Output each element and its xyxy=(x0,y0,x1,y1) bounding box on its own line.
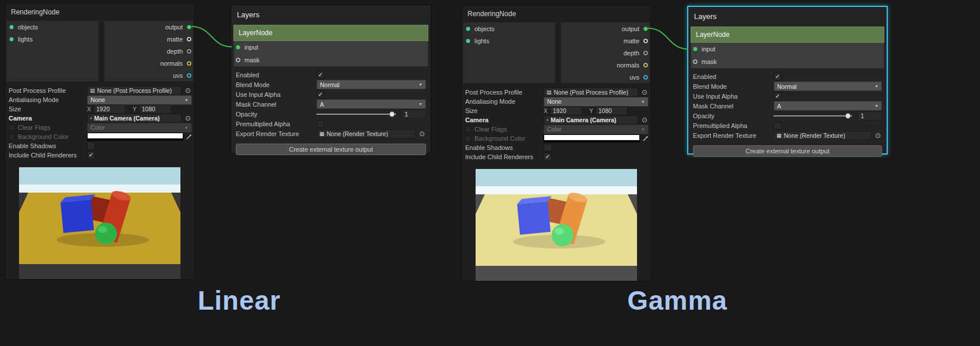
port-uvs[interactable]: uvs xyxy=(561,71,650,83)
port-lights[interactable]: lights xyxy=(463,35,555,47)
port-dot-mask[interactable] xyxy=(692,59,698,65)
prop-enable-shadows: Enable Shadows xyxy=(9,141,192,151)
rendering-node-panel-right[interactable]: RenderingNode objects lights output matt… xyxy=(461,5,651,281)
opacity-value-field[interactable]: 1 xyxy=(858,111,882,121)
export-render-texture-field[interactable]: ▦ None (Render Texture) xyxy=(316,129,416,138)
port-dot-lights[interactable] xyxy=(465,38,471,44)
port-dot-mask[interactable] xyxy=(235,57,241,63)
export-render-texture-value: None (Render Texture) xyxy=(784,132,846,139)
row-premultiplied-alpha: Premultiplied Alpha xyxy=(693,121,882,130)
opacity-slider-knob[interactable] xyxy=(845,113,851,119)
port-mask[interactable]: mask xyxy=(691,55,884,68)
port-dot-input[interactable] xyxy=(235,44,241,50)
port-dot-normals[interactable] xyxy=(643,62,649,68)
port-dot-normals[interactable] xyxy=(186,61,192,66)
port-normals[interactable]: normals xyxy=(104,57,193,69)
size-y-field[interactable]: 1080 xyxy=(139,104,171,114)
rendering-node-panel-left[interactable]: RenderingNode objects lights output matt… xyxy=(5,3,195,280)
camera-field[interactable]: ▪ Main Camera (Camera) xyxy=(87,114,182,123)
port-output[interactable]: output xyxy=(104,21,193,33)
size-x-field[interactable]: 1920 xyxy=(93,104,126,114)
row-mask-channel: Mask Channel A ▼ xyxy=(693,101,882,111)
create-external-texture-button[interactable]: Create external texture output xyxy=(236,144,426,155)
camera-field[interactable]: ▪ Main Camera (Camera) xyxy=(544,115,638,125)
port-label: output xyxy=(621,25,639,32)
port-mask[interactable]: mask xyxy=(234,54,428,66)
port-matte[interactable]: matte xyxy=(104,33,193,45)
size-y-field[interactable]: 1080 xyxy=(595,106,628,115)
layers-panel-right[interactable]: Layers LayerNode input mask Enabled ✓ Bl… xyxy=(687,6,888,155)
post-process-profile-value: None (Post Process Profile) xyxy=(554,89,629,96)
blend-mode-dropdown[interactable]: Normal ▼ xyxy=(774,81,882,91)
premultiplied-alpha-checkbox[interactable] xyxy=(316,120,325,128)
port-dot-matte[interactable] xyxy=(186,36,192,42)
port-uvs[interactable]: uvs xyxy=(104,69,193,81)
clear-flags-override-checkbox[interactable] xyxy=(9,125,15,131)
opacity-slider-knob[interactable] xyxy=(389,111,395,117)
port-dot-output[interactable] xyxy=(643,26,649,32)
eyedropper-icon[interactable] xyxy=(642,136,649,142)
eyedropper-icon[interactable] xyxy=(186,134,192,140)
port-dot-input[interactable] xyxy=(692,46,698,52)
port-dot-matte[interactable] xyxy=(643,38,649,44)
opacity-slider-track[interactable] xyxy=(774,115,852,116)
opacity-slider[interactable] xyxy=(316,110,396,118)
port-dot-output[interactable] xyxy=(186,24,192,30)
use-input-alpha-checkbox[interactable]: ✓ xyxy=(774,92,782,100)
clear-flags-override-checkbox[interactable] xyxy=(465,126,472,133)
layer-node-header[interactable]: LayerNode xyxy=(233,25,428,41)
include-child-renderers-checkbox[interactable]: ✓ xyxy=(87,151,95,159)
post-process-profile-field[interactable]: ▤ None (Post Process Profile) xyxy=(87,86,182,95)
background-color-override-checkbox[interactable] xyxy=(465,136,472,142)
size-x-field[interactable]: 1920 xyxy=(550,106,582,115)
enable-shadows-checkbox[interactable] xyxy=(544,144,552,152)
enabled-checkbox[interactable]: ✓ xyxy=(774,73,782,81)
port-dot-depth[interactable] xyxy=(643,50,649,56)
port-objects[interactable]: objects xyxy=(6,21,99,33)
port-output[interactable]: output xyxy=(561,22,650,35)
port-input[interactable]: input xyxy=(691,43,884,55)
object-picker-icon[interactable]: ⊙ xyxy=(875,132,881,139)
prop-background-color: Background Color xyxy=(9,132,192,141)
object-picker-icon[interactable]: ⊙ xyxy=(419,130,425,137)
export-render-texture-field[interactable]: ▦ None (Render Texture) xyxy=(774,131,872,140)
object-picker-icon[interactable]: ⊙ xyxy=(185,115,191,122)
layers-panel-left[interactable]: Layers LayerNode input mask Enabled ✓ Bl… xyxy=(231,5,431,153)
mask-channel-dropdown[interactable]: A ▼ xyxy=(316,99,426,109)
include-child-renderers-checkbox[interactable]: ✓ xyxy=(544,153,552,161)
opacity-value-field[interactable]: 1 xyxy=(402,110,426,119)
port-dot-uvs[interactable] xyxy=(186,73,192,78)
opacity-slider-track[interactable] xyxy=(316,114,396,115)
enabled-checkbox[interactable]: ✓ xyxy=(316,71,325,79)
layer-node-header[interactable]: LayerNode xyxy=(691,27,884,43)
blend-mode-dropdown[interactable]: Normal ▼ xyxy=(316,80,426,89)
port-matte[interactable]: matte xyxy=(561,35,650,47)
object-picker-icon[interactable]: ⊙ xyxy=(642,116,647,123)
background-color-override-checkbox[interactable] xyxy=(9,134,15,140)
port-dot-objects[interactable] xyxy=(465,26,471,32)
port-depth[interactable]: depth xyxy=(561,47,650,59)
port-dot-objects[interactable] xyxy=(9,24,14,30)
premultiplied-alpha-checkbox[interactable] xyxy=(774,122,782,130)
port-input[interactable]: input xyxy=(234,41,428,54)
port-objects[interactable]: objects xyxy=(463,22,555,35)
opacity-slider[interactable] xyxy=(774,112,852,120)
port-normals[interactable]: normals xyxy=(561,59,650,71)
mask-channel-dropdown[interactable]: A ▼ xyxy=(774,101,882,111)
antialiasing-mode-dropdown[interactable]: None ▼ xyxy=(544,97,649,107)
antialiasing-mode-dropdown[interactable]: None ▼ xyxy=(87,95,192,105)
post-process-profile-field[interactable]: ▤ None (Post Process Profile) xyxy=(544,88,638,97)
enable-shadows-checkbox[interactable] xyxy=(87,142,95,150)
use-input-alpha-checkbox[interactable]: ✓ xyxy=(316,91,325,99)
background-color-swatch[interactable] xyxy=(544,134,640,142)
create-external-texture-button[interactable]: Create external texture output xyxy=(693,145,882,157)
port-dot-uvs[interactable] xyxy=(643,74,649,80)
layer-node-ports: input mask xyxy=(233,41,428,67)
port-dot-depth[interactable] xyxy=(186,48,192,54)
object-picker-icon[interactable]: ⊙ xyxy=(185,87,191,94)
port-dot-lights[interactable] xyxy=(9,36,14,42)
port-depth[interactable]: depth xyxy=(104,45,193,57)
background-color-swatch[interactable] xyxy=(87,133,183,141)
port-lights[interactable]: lights xyxy=(6,33,99,45)
object-picker-icon[interactable]: ⊙ xyxy=(642,89,647,96)
